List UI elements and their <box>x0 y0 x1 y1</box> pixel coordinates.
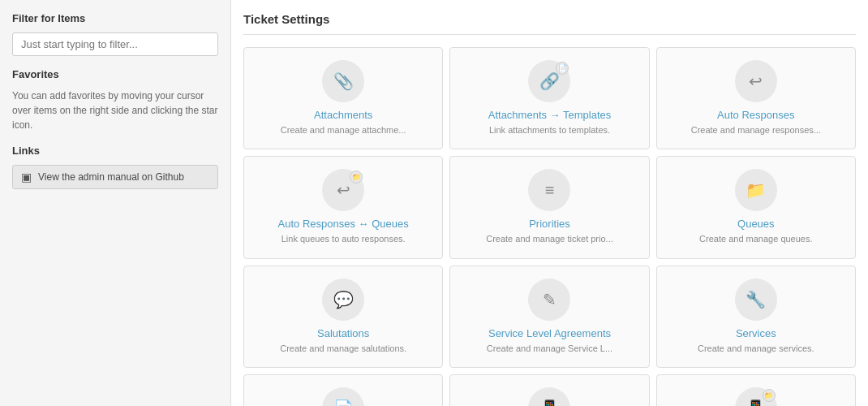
card-signatures[interactable]: 📄 Signatures Create and manage signature… <box>243 374 443 406</box>
card-desc-queues: Create and manage queues. <box>699 233 812 245</box>
card-main-icon: 🔗 <box>539 71 560 91</box>
card-desc-auto-responses-queues: Link queues to auto responses. <box>281 233 406 245</box>
card-services[interactable]: 🔧 Services Create and manage services. <box>656 266 856 368</box>
card-icon-sla: ✎ <box>528 279 570 321</box>
card-main-icon: 📱 <box>746 399 766 406</box>
card-main-icon: 📱 <box>539 399 560 406</box>
card-title-services: Services <box>736 327 776 339</box>
links-section: Links ▣ View the admin manual on Github <box>12 145 218 189</box>
card-main-icon: 📄 <box>333 399 354 406</box>
card-desc-sla: Create and manage Service L... <box>487 343 612 355</box>
card-title-attachments: Attachments <box>314 109 372 121</box>
favorites-title: Favorites <box>12 68 218 80</box>
card-sms-templates-queues[interactable]: 📱 📁 SMS Templates ↔ Queues Link SMS temp… <box>656 374 856 406</box>
card-title-sla: Service Level Agreements <box>488 327 611 339</box>
admin-manual-label: View the admin manual on Github <box>38 171 184 183</box>
card-main-icon: 🔧 <box>746 290 766 309</box>
card-title-priorities: Priorities <box>529 218 570 230</box>
card-main-icon: ✎ <box>543 290 556 309</box>
main-content: Ticket Settings 📎 Attachments Create and… <box>231 0 868 406</box>
card-salutations[interactable]: 💬 Salutations Create and manage salutati… <box>243 266 443 368</box>
card-icon-auto-responses-queues: ↩ 📁 <box>322 169 364 211</box>
card-desc-services: Create and manage services. <box>698 343 814 355</box>
card-main-icon: 💬 <box>333 290 354 309</box>
card-auto-responses[interactable]: ↩ Auto Responses Create and manage respo… <box>656 47 856 149</box>
sidebar: Filter for Items Favorites You can add f… <box>0 0 231 406</box>
card-sla[interactable]: ✎ Service Level Agreements Create and ma… <box>449 266 649 368</box>
card-icon-salutations: 💬 <box>322 279 364 321</box>
card-sms-templates[interactable]: 📱 SMS Templates Create and manage SMS te… <box>449 374 649 406</box>
card-priorities[interactable]: ≡ Priorities Create and manage ticket pr… <box>449 156 649 258</box>
card-icon-sms-templates: 📱 <box>528 387 570 406</box>
card-main-icon: ↩ <box>337 180 350 200</box>
card-main-icon: ≡ <box>545 181 555 200</box>
card-queues[interactable]: 📁 Queues Create and manage queues. <box>656 156 856 258</box>
filter-section-title: Filter for Items <box>12 12 218 24</box>
card-desc-auto-responses: Create and manage responses... <box>691 124 821 136</box>
page-title: Ticket Settings <box>243 12 856 35</box>
card-icon-services: 🔧 <box>735 279 777 321</box>
admin-manual-link[interactable]: ▣ View the admin manual on Github <box>12 165 218 189</box>
card-desc-attachments: Create and manage attachme... <box>281 124 406 136</box>
card-icon-sms-templates-queues: 📱 📁 <box>735 387 777 406</box>
card-desc-priorities: Create and manage ticket prio... <box>486 233 613 245</box>
filter-input[interactable] <box>12 32 218 56</box>
card-icon-attachments: 📎 <box>322 60 364 102</box>
card-attachments[interactable]: 📎 Attachments Create and manage attachme… <box>243 47 443 149</box>
card-auto-responses-queues[interactable]: ↩ 📁 Auto Responses ↔ Queues Link queues … <box>243 156 443 258</box>
card-main-icon: 📁 <box>746 180 766 200</box>
card-title-queues: Queues <box>737 218 775 230</box>
card-icon-priorities: ≡ <box>528 169 570 211</box>
card-title-salutations: Salutations <box>317 327 369 339</box>
card-icon-auto-responses: ↩ <box>735 60 777 102</box>
card-title-attachments-templates: Attachments → Templates <box>488 109 612 121</box>
favorites-section: Favorites You can add favorites by movin… <box>12 68 218 132</box>
card-title-auto-responses-queues: Auto Responses ↔ Queues <box>278 218 409 230</box>
card-attachments-templates[interactable]: 🔗 📄 Attachments → Templates Link attachm… <box>449 47 649 149</box>
card-badge: 📁 <box>763 389 776 402</box>
document-icon: ▣ <box>21 171 32 184</box>
card-icon-signatures: 📄 <box>322 387 364 406</box>
favorites-text: You can add favorites by moving your cur… <box>12 89 218 132</box>
card-badge: 📁 <box>350 171 363 184</box>
card-badge: 📄 <box>556 62 569 75</box>
card-main-icon: 📎 <box>333 71 354 91</box>
card-title-auto-responses: Auto Responses <box>717 109 794 121</box>
card-desc-salutations: Create and manage salutations. <box>280 343 406 355</box>
cards-grid: 📎 Attachments Create and manage attachme… <box>243 47 856 406</box>
card-icon-queues: 📁 <box>735 169 777 211</box>
links-title: Links <box>12 145 218 157</box>
card-icon-attachments-templates: 🔗 📄 <box>528 60 570 102</box>
card-desc-attachments-templates: Link attachments to templates. <box>489 124 610 136</box>
card-main-icon: ↩ <box>749 71 763 91</box>
